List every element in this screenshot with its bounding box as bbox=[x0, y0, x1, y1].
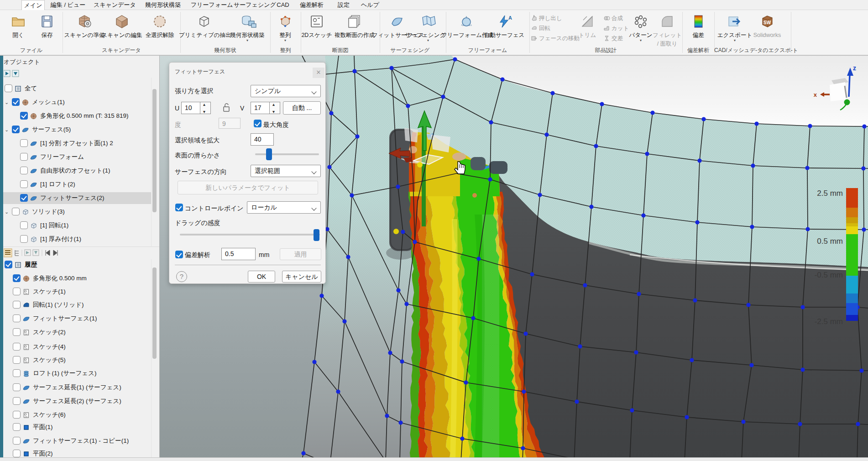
svg-text:-2.5 mm: -2.5 mm bbox=[815, 317, 843, 326]
svg-text:2.5 mm: 2.5 mm bbox=[817, 189, 843, 198]
svg-text:A: A bbox=[508, 15, 512, 21]
svg-text:z: z bbox=[853, 64, 856, 72]
svg-text:SW: SW bbox=[763, 20, 771, 25]
svg-text:0.5 mm: 0.5 mm bbox=[817, 237, 843, 246]
svg-text:-0.5 mm: -0.5 mm bbox=[815, 271, 843, 279]
svg-text:x: x bbox=[814, 91, 817, 98]
